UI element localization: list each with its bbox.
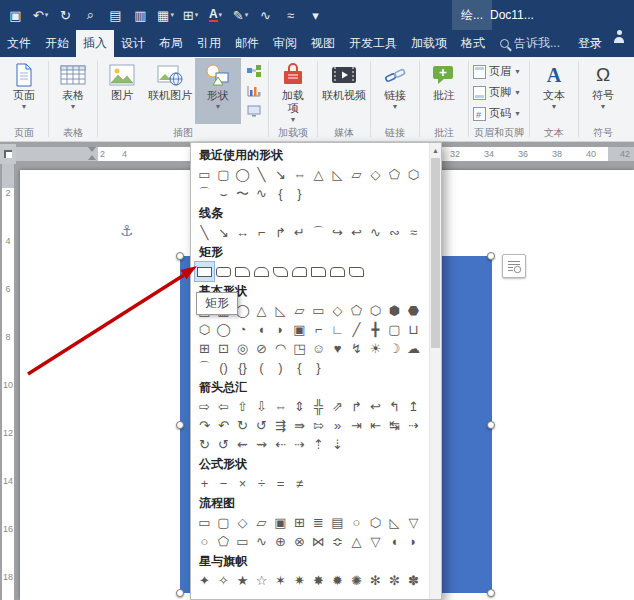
anchor-icon[interactable]: ⚓	[120, 222, 133, 240]
table-button[interactable]: 表格 ▼	[50, 58, 96, 124]
curve-icon[interactable]: ∿	[253, 3, 278, 27]
resize-handle-bottom-right[interactable]	[487, 589, 495, 597]
shape-icon[interactable]	[252, 262, 271, 281]
tab-审阅[interactable]: 审阅	[266, 30, 304, 57]
shape-icon[interactable]: ╲	[252, 165, 271, 184]
open-icon[interactable]: ▥	[128, 3, 153, 27]
shape-icon[interactable]: ↱	[347, 397, 366, 416]
header-button[interactable]: 页眉 ▼	[470, 61, 528, 82]
shape-icon[interactable]: ✶	[271, 571, 290, 590]
menu-scrollbar[interactable]: ▲	[429, 143, 441, 599]
shape-icon[interactable]: ()	[214, 358, 233, 377]
shape-icon[interactable]: ▭	[309, 301, 328, 320]
shape-icon[interactable]: ⌐	[252, 223, 271, 242]
pen-icon[interactable]: ✎▾	[228, 3, 253, 27]
shape-icon[interactable]: ◺	[328, 165, 347, 184]
shape-icon[interactable]: ⊘	[252, 339, 271, 358]
shape-icon[interactable]: −	[214, 474, 233, 493]
shape-icon[interactable]	[290, 262, 309, 281]
shape-icon[interactable]: ⬡	[366, 513, 385, 532]
shape-icon[interactable]: ⇡	[309, 435, 328, 454]
shape-icon[interactable]: ◠	[271, 339, 290, 358]
shape-icon[interactable]: ▭	[195, 165, 214, 184]
draw-table-icon[interactable]: ▦▾	[153, 3, 178, 27]
shape-icon[interactable]: )	[271, 358, 290, 377]
shape-icon[interactable]: ⇩	[252, 397, 271, 416]
online-video-button[interactable]: 联机视频	[319, 58, 369, 124]
shape-icon[interactable]	[271, 262, 290, 281]
tab-开始[interactable]: 开始	[38, 30, 76, 57]
shape-icon[interactable]: ↥	[404, 397, 423, 416]
shape-icon[interactable]: ↶	[214, 416, 233, 435]
shape-icon[interactable]: ◇	[233, 513, 252, 532]
shape-icon[interactable]: ⇨	[195, 397, 214, 416]
shape-icon-rectangle-hovered[interactable]	[195, 262, 214, 281]
shape-icon[interactable]: ≎	[328, 532, 347, 551]
shape-icon[interactable]: ◇	[366, 165, 385, 184]
redo-icon[interactable]: ↻	[53, 3, 78, 27]
shape-icon[interactable]: ✺	[347, 571, 366, 590]
shape-icon[interactable]: ▭	[233, 532, 252, 551]
shape-icon[interactable]: {	[290, 358, 309, 377]
shape-icon[interactable]: ⇜	[233, 435, 252, 454]
shape-icon[interactable]: ☁	[404, 339, 423, 358]
tab-引用[interactable]: 引用	[190, 30, 228, 57]
shape-icon[interactable]: ∟	[328, 320, 347, 339]
shape-icon[interactable]: ⇦	[214, 397, 233, 416]
tab-格式[interactable]: 格式	[454, 30, 492, 57]
shape-icon[interactable]: »	[328, 416, 347, 435]
shape-icon[interactable]: ↻	[195, 435, 214, 454]
shape-icon[interactable]: ↷	[195, 416, 214, 435]
equation-icon[interactable]: ≈	[278, 3, 303, 27]
shape-icon[interactable]: ◇	[328, 301, 347, 320]
shape-icon[interactable]: ▤	[328, 513, 347, 532]
shape-icon[interactable]: ◖	[385, 532, 404, 551]
shape-icon[interactable]: ╋	[366, 320, 385, 339]
shape-icon[interactable]: ◺	[385, 513, 404, 532]
shape-icon[interactable]: △	[309, 165, 328, 184]
shape-icon[interactable]: ⊡	[214, 339, 233, 358]
shape-icon[interactable]: ∿	[366, 223, 385, 242]
shape-icon[interactable]: ✹	[328, 571, 347, 590]
first-line-indent-marker[interactable]	[88, 147, 96, 152]
save-icon[interactable]: ▣	[3, 3, 28, 27]
shape-icon[interactable]: ⇔	[290, 165, 309, 184]
shape-icon[interactable]: ↪	[328, 223, 347, 242]
insert-table-icon[interactable]: ⊞▾	[178, 3, 203, 27]
shape-icon[interactable]: ⬣	[404, 301, 423, 320]
tab-邮件[interactable]: 邮件	[228, 30, 266, 57]
shape-icon[interactable]: ◳	[290, 339, 309, 358]
shape-icon[interactable]: ⇥	[347, 416, 366, 435]
resize-handle-middle-right[interactable]	[487, 421, 495, 429]
shape-icon[interactable]: ★	[233, 571, 252, 590]
shape-icon[interactable]: ✼	[385, 571, 404, 590]
shape-icon[interactable]: ⌒	[309, 223, 328, 242]
shape-icon[interactable]: ≣	[309, 513, 328, 532]
shape-icon[interactable]: ⇢	[404, 416, 423, 435]
shape-icon[interactable]: ✸	[309, 571, 328, 590]
tab-selector[interactable]	[0, 144, 16, 164]
shape-icon[interactable]: △	[347, 532, 366, 551]
shape-icon[interactable]: ◖	[252, 320, 271, 339]
shape-icon[interactable]: ↹	[385, 416, 404, 435]
shape-icon[interactable]: ○	[195, 532, 214, 551]
shape-icon[interactable]: ⌐	[309, 320, 328, 339]
tab-视图[interactable]: 视图	[304, 30, 342, 57]
shape-icon[interactable]: ⇝	[252, 435, 271, 454]
shape-icon[interactable]: ╬	[309, 397, 328, 416]
shape-icon[interactable]: ↯	[347, 339, 366, 358]
symbols-button[interactable]: Ω 符号 ▼	[580, 58, 626, 124]
shapes-button[interactable]: 形状 ▼	[195, 58, 241, 124]
resize-handle-middle-left[interactable]	[176, 421, 184, 429]
shape-icon[interactable]: ▢	[214, 165, 233, 184]
shape-icon[interactable]	[233, 262, 252, 281]
tab-布局[interactable]: 布局	[152, 30, 190, 57]
shape-icon[interactable]: ⬠	[385, 165, 404, 184]
font-color-icon[interactable]: A▾	[203, 3, 228, 27]
resize-handle-bottom-left[interactable]	[176, 589, 184, 597]
shape-icon[interactable]: ⊞	[195, 339, 214, 358]
shape-icon[interactable]: ✽	[404, 571, 423, 590]
shape-icon[interactable]: ↔	[233, 223, 252, 242]
shape-icon[interactable]: ⇣	[328, 435, 347, 454]
shape-icon[interactable]: ✦	[195, 571, 214, 590]
